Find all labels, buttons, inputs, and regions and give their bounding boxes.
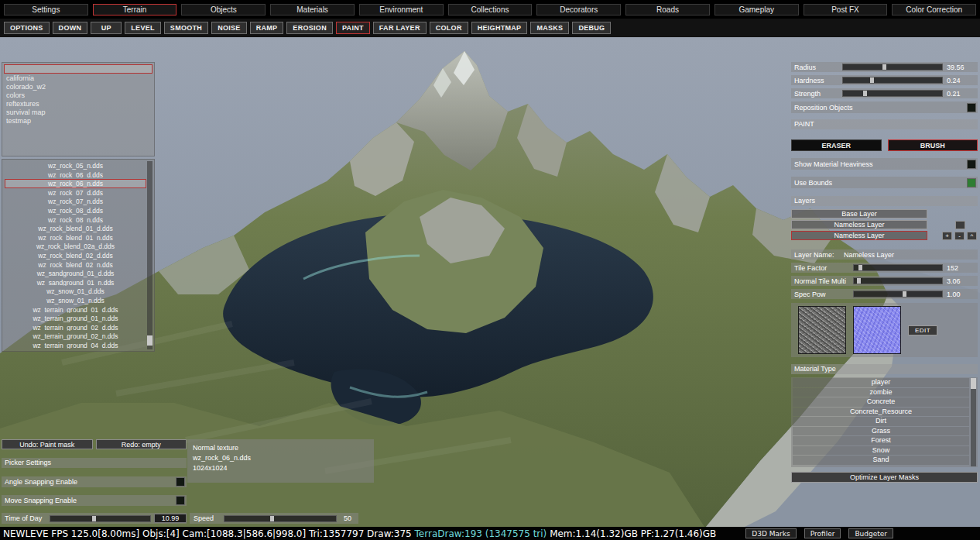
edit-button[interactable]: EDIT	[908, 325, 937, 335]
top-menu-item[interactable]: Gameplay	[714, 4, 799, 15]
terrain-tool-button[interactable]: UP	[91, 22, 122, 34]
top-menu-item[interactable]: Settings	[4, 4, 88, 15]
terrain-tool-button[interactable]: COLOR	[430, 22, 468, 34]
texture-list-item[interactable]: wz_rock_blend_02a_d.dds	[5, 242, 146, 251]
terrain-tool-button[interactable]: MASKS	[530, 22, 569, 34]
terrain-tool-button[interactable]: HEIGHTMAP	[471, 22, 528, 34]
redo-button[interactable]: Redo: empty	[96, 439, 187, 449]
material-type-item[interactable]: Sand	[793, 456, 969, 465]
terrain-tool-button[interactable]: EROSION	[286, 22, 333, 34]
status-bar-button[interactable]: D3D Marks	[745, 528, 796, 538]
material-type-item[interactable]: Concrete	[793, 397, 969, 407]
texture-list-item[interactable]: wz_rock_07_n.dds	[5, 197, 146, 206]
top-menu-item[interactable]: Decorators	[536, 4, 621, 15]
texture-list-item[interactable]: wz_rock_blend_01_d.dds	[5, 224, 146, 233]
status-bar-button[interactable]: Budgeter	[848, 528, 893, 538]
layer-item[interactable]: Base Layer	[791, 209, 927, 218]
layer-item[interactable]: Nameless Layer	[791, 231, 927, 240]
terrain-tool-button[interactable]: SMOOTH	[164, 22, 208, 34]
top-menu-item[interactable]: Color Correction	[892, 4, 976, 15]
texture-list-scrollbar[interactable]	[147, 161, 152, 349]
use-bounds-checkbox[interactable]	[967, 178, 976, 187]
terrain-tool-button[interactable]: LEVEL	[125, 22, 161, 34]
slider-thumb[interactable]	[882, 64, 886, 70]
slider-track[interactable]	[842, 77, 943, 84]
texture-list-item[interactable]: wz_rock_07_d.dds	[5, 188, 146, 198]
material-type-item[interactable]: Concrete_Resource	[793, 408, 969, 417]
brush-button[interactable]: BRUSH	[888, 139, 978, 151]
top-menu-item[interactable]: Post FX	[804, 4, 888, 15]
layer-mini-button[interactable]: +	[942, 232, 952, 240]
top-menu-item[interactable]: Collections	[448, 4, 533, 15]
speed-slider[interactable]	[224, 515, 337, 522]
map-list-item[interactable]: reftextures	[2, 100, 154, 108]
texture-list-item[interactable]: wz_sandground_01_d.dds	[5, 269, 146, 278]
top-menu-item[interactable]: Terrain	[93, 4, 177, 15]
material-type-item[interactable]: Forest	[793, 436, 969, 445]
time-of-day-slider[interactable]	[50, 515, 151, 522]
slider-track[interactable]	[853, 291, 943, 298]
eraser-button[interactable]: ERASER	[791, 139, 882, 151]
texture-list-item[interactable]: wz_rock_06_n.dds	[5, 179, 146, 188]
map-list-item[interactable]: california	[2, 74, 154, 83]
undo-button[interactable]: Undo: Paint mask	[2, 439, 93, 449]
texture-list-item[interactable]: wz_rock_blend_02_n.dds	[5, 260, 146, 270]
slider-thumb[interactable]	[870, 77, 874, 83]
slider-track[interactable]	[842, 90, 943, 97]
top-menu-item[interactable]: Roads	[625, 4, 710, 15]
top-menu-item[interactable]: Objects	[181, 4, 266, 15]
slider-track[interactable]	[842, 64, 943, 71]
texture-list-scrollbar-thumb[interactable]	[147, 335, 152, 346]
terrain-tool-button[interactable]: FAR LAYER	[373, 22, 427, 34]
slider-thumb[interactable]	[903, 291, 906, 297]
slider-thumb[interactable]	[858, 265, 862, 270]
texture-list-item[interactable]: wz_rock_05_n.dds	[5, 161, 146, 170]
material-type-item[interactable]: zombie	[793, 388, 969, 397]
map-list-item[interactable]: testmap	[2, 117, 154, 126]
optimize-layer-masks-button[interactable]: Optimize Layer Masks	[791, 472, 978, 483]
slider-track[interactable]	[853, 277, 943, 284]
material-list-scrollbar-thumb[interactable]	[971, 378, 976, 389]
status-bar-button[interactable]: Profiler	[804, 528, 841, 538]
texture-list-item[interactable]: wz_rock_06_d.dds	[5, 170, 146, 180]
time-of-day-thumb[interactable]	[92, 516, 96, 521]
diffuse-texture-preview[interactable]	[798, 306, 846, 354]
texture-list-item[interactable]: wz_rock_blend_01_n.dds	[5, 233, 146, 242]
layer-mini-button[interactable]: ^	[967, 232, 977, 240]
texture-list-item[interactable]: wz_snow_01_d.dds	[5, 287, 146, 296]
material-type-item[interactable]: Dirt	[793, 417, 969, 426]
texture-list-item[interactable]: wz_rock_08_n.dds	[5, 215, 146, 225]
terrain-tool-button[interactable]: OPTIONS	[4, 22, 50, 34]
texture-list-item[interactable]: wz_sandground_01_n.dds	[5, 278, 146, 287]
material-type-item[interactable]: Snow	[793, 446, 969, 456]
texture-list-item[interactable]: wz_snow_01_n.dds	[5, 296, 146, 305]
terrain-tool-button[interactable]: RAMP	[250, 22, 284, 34]
slider-thumb[interactable]	[857, 278, 861, 284]
terrain-tool-button[interactable]: DOWN	[53, 22, 88, 34]
layer-item[interactable]: Nameless Layer	[791, 220, 927, 229]
map-list-item[interactable]: colors	[2, 91, 154, 100]
slider-thumb[interactable]	[863, 91, 867, 96]
texture-list-item[interactable]: wz_terrain_ground_01_n.dds	[5, 314, 146, 323]
move-snapping-checkbox[interactable]	[176, 496, 185, 505]
texture-list-item[interactable]: wz_terrain_ground_04_d.dds	[5, 341, 146, 350]
terrain-tool-button[interactable]: PAINT	[336, 22, 370, 34]
normal-map-preview[interactable]	[853, 306, 901, 354]
terrain-tool-button[interactable]: DEBUG	[572, 22, 611, 34]
show-material-heaviness-checkbox[interactable]	[967, 160, 976, 169]
texture-list-item[interactable]: wz_rock_08_d.dds	[5, 206, 146, 215]
texture-list-item[interactable]: wz_terrain_ground_02_n.dds	[5, 332, 146, 341]
texture-list-item[interactable]: wz_rock_blend_02_d.dds	[5, 251, 146, 260]
map-list-item[interactable]: colorado_w2	[2, 83, 154, 91]
material-type-item[interactable]: Grass	[793, 427, 969, 436]
speed-thumb[interactable]	[270, 516, 274, 521]
material-type-item[interactable]: player	[793, 378, 969, 387]
reposition-objects-checkbox[interactable]	[967, 103, 976, 112]
top-menu-item[interactable]: Materials	[270, 4, 355, 15]
terrain-tool-button[interactable]: NOISE	[211, 22, 247, 34]
map-list-item[interactable]: survival map	[2, 108, 154, 117]
map-list-selected-header[interactable]	[4, 64, 152, 74]
slider-track[interactable]	[853, 264, 943, 271]
texture-list-item[interactable]: wz_terrain_ground_01_d.dds	[5, 305, 146, 315]
texture-list-item[interactable]: wz_terrain_ground_02_d.dds	[5, 323, 146, 332]
